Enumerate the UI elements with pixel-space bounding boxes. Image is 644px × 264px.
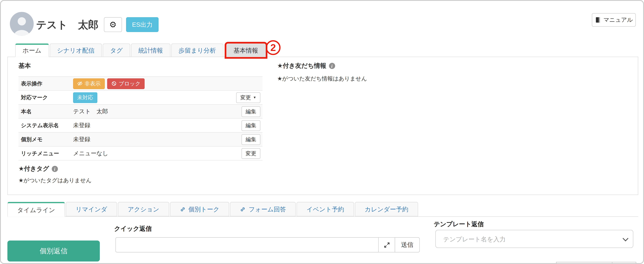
send-button[interactable]: 送信: [395, 237, 420, 253]
edit-system-display-name-button[interactable]: 編集: [242, 120, 260, 131]
tab-calendar-reservation[interactable]: カレンダー予約: [355, 202, 418, 216]
individual-reply-button[interactable]: 個別返信: [8, 241, 100, 261]
change-button-label: 変更: [240, 94, 251, 101]
row-label: システム表示名: [18, 122, 73, 129]
row-label: 個別メモ: [18, 136, 73, 143]
template-reply-select[interactable]: [435, 230, 633, 248]
cropped-bottom-widget: [556, 262, 636, 264]
starred-tags-title-text: ★付きタグ: [18, 165, 49, 173]
table-row-response-mark: 対応マーク 未対応 変更 ▼: [18, 90, 262, 104]
quick-reply-input[interactable]: [116, 237, 379, 253]
manual-button[interactable]: マニュアル: [592, 13, 636, 27]
template-reply-label: テンプレート返信: [434, 221, 484, 228]
edit-individual-memo-button[interactable]: 編集: [242, 134, 260, 145]
tab-reminder[interactable]: リマインダ: [66, 202, 117, 216]
screenshot-stage: テスト 太郎 ⚙ ES出力 マニュアル ホーム シナリオ配信 タグ 統計情報 歩…: [0, 0, 644, 264]
starred-tags-empty-message: ★がついたタグはありません: [18, 177, 92, 184]
book-icon: [595, 17, 601, 23]
starred-friend-info-title: ★付き友だち情報 i: [277, 62, 335, 70]
basic-section-title-text: 基本: [18, 62, 31, 70]
tab-individual-talk[interactable]: 個別トーク: [170, 202, 229, 216]
link-icon: [240, 206, 246, 212]
caret-down-icon: ▼: [253, 96, 256, 99]
table-row-real-name: 本名 テスト 太郎 編集: [18, 104, 262, 118]
tab-scenario-delivery[interactable]: シナリオ配信: [50, 43, 102, 57]
home-tab-panel: 基本 表示操作 非表示: [8, 57, 638, 195]
expand-editor-button[interactable]: [378, 237, 395, 253]
page-title-user-name: テスト 太郎: [36, 18, 98, 32]
quick-reply-label: クイック返信: [114, 225, 152, 233]
tab-basic-info[interactable]: 基本情報: [226, 43, 266, 57]
change-response-mark-button[interactable]: 変更 ▼: [236, 92, 260, 103]
row-label: リッチメニュー: [18, 150, 73, 157]
row-label: 表示操作: [18, 80, 73, 87]
row-label: 本名: [18, 108, 73, 115]
tab-tags[interactable]: タグ: [103, 43, 130, 57]
settings-button[interactable]: ⚙: [104, 17, 122, 32]
tab-individual-talk-label: 個別トーク: [188, 202, 220, 216]
info-icon[interactable]: i: [329, 63, 335, 69]
link-icon: [180, 206, 186, 212]
tab-home[interactable]: ホーム: [15, 43, 49, 57]
es-export-button[interactable]: ES出力: [126, 17, 158, 32]
block-button[interactable]: ブロック: [107, 78, 145, 89]
quick-reply-group: 送信: [116, 237, 420, 253]
block-button-label: ブロック: [119, 80, 140, 87]
cropped-bottom-widget-left: [556, 262, 612, 264]
friend-detail-page: テスト 太郎 ⚙ ES出力 マニュアル ホーム シナリオ配信 タグ 統計情報 歩…: [0, 0, 644, 264]
starred-friend-info-title-text: ★付き友だち情報: [277, 62, 326, 70]
profile-tab-bar: ホーム シナリオ配信 タグ 統計情報 歩留まり分析 基本情報: [15, 43, 266, 57]
step-annotation-badge: 2: [266, 40, 280, 55]
tab-action[interactable]: アクション: [118, 202, 169, 216]
starred-tags-title: ★付きタグ i: [18, 165, 58, 173]
basic-section-title: 基本: [18, 62, 31, 70]
table-row-individual-memo: 個別メモ 未登録 編集: [18, 132, 262, 146]
tab-retention-analysis[interactable]: 歩留まり分析: [171, 43, 223, 57]
table-row-rich-menu: リッチメニュー メニューなし 変更: [18, 146, 262, 160]
tab-event-reservation[interactable]: イベント予約: [297, 202, 354, 216]
timeline-tab-bar: タイムライン リマインダ アクション 個別トーク フォーム回答 イベント予約 カ…: [8, 202, 638, 217]
tab-form-answers-label: フォーム回答: [249, 202, 286, 216]
edit-real-name-button[interactable]: 編集: [242, 106, 260, 117]
eye-slash-icon: [77, 81, 83, 86]
tab-statistics[interactable]: 統計情報: [131, 43, 170, 57]
row-label: 対応マーク: [18, 94, 73, 101]
tab-form-answers[interactable]: フォーム回答: [230, 202, 296, 216]
hide-button[interactable]: 非表示: [73, 78, 104, 89]
real-name-value: テスト 太郎: [73, 108, 242, 115]
tab-timeline[interactable]: タイムライン: [8, 202, 65, 217]
info-icon[interactable]: i: [52, 166, 58, 172]
change-rich-menu-button[interactable]: 変更: [242, 148, 260, 159]
expand-arrows-icon: [383, 242, 390, 248]
table-row-display-operations: 表示操作 非表示: [18, 76, 262, 90]
manual-button-label: マニュアル: [604, 16, 633, 24]
table-row-system-display-name: システム表示名 未登録 編集: [18, 118, 262, 132]
rich-menu-value: メニューなし: [73, 150, 242, 157]
hide-button-label: 非表示: [84, 80, 101, 87]
status-badge-unhandled: 未対応: [73, 92, 97, 103]
gear-icon: ⚙: [109, 20, 116, 29]
avatar: [10, 12, 34, 36]
ban-icon: [111, 81, 117, 86]
person-silhouette-icon: [10, 12, 34, 36]
basic-info-table: 表示操作 非表示: [18, 76, 262, 161]
starred-friend-info-empty-message: ★がついた友だち情報はありません: [277, 75, 367, 82]
template-name-input[interactable]: [435, 230, 633, 248]
system-display-name-value: 未登録: [73, 122, 242, 129]
individual-memo-value: 未登録: [73, 136, 242, 143]
